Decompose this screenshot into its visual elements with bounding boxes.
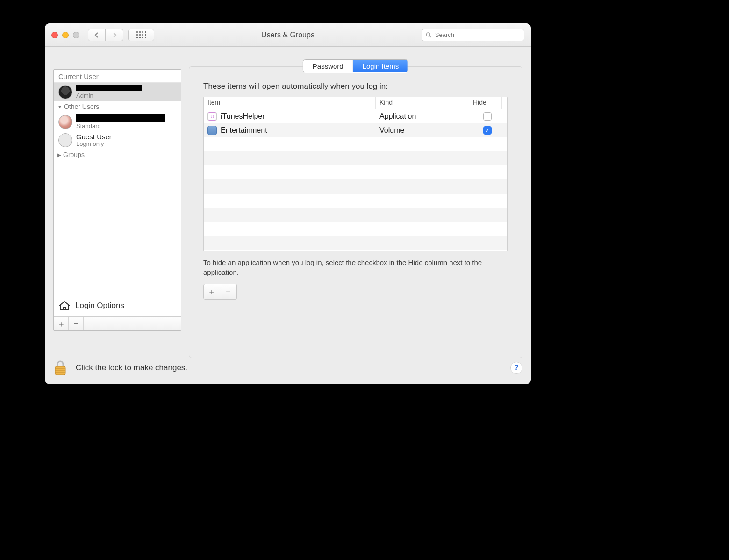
sidebar-item-other-user[interactable]: Standard bbox=[54, 112, 181, 131]
login-items-add-remove: ＋ − bbox=[203, 284, 237, 300]
disclosure-triangle-down-icon: ▼ bbox=[57, 104, 62, 109]
lock-row: Click the lock to make changes. ? bbox=[53, 360, 522, 376]
guest-user-role: Login only bbox=[76, 140, 112, 147]
remove-login-item-button[interactable]: − bbox=[220, 284, 237, 300]
sidebar-add-remove: ＋ − bbox=[54, 316, 181, 330]
sidebar-section-groups[interactable]: ▶ Groups bbox=[54, 149, 181, 160]
column-item[interactable]: Item bbox=[204, 97, 376, 109]
current-user-heading: Current User bbox=[54, 70, 181, 83]
login-options-button[interactable]: Login Options bbox=[54, 294, 181, 316]
other-users-label: Other Users bbox=[64, 103, 99, 110]
add-user-button[interactable]: ＋ bbox=[54, 317, 69, 330]
redacted-username bbox=[76, 114, 165, 122]
lock-text: Click the lock to make changes. bbox=[76, 363, 187, 373]
guest-user-name: Guest User bbox=[76, 133, 112, 140]
nav-buttons bbox=[88, 29, 123, 41]
disclosure-triangle-right-icon: ▶ bbox=[57, 152, 61, 158]
svg-line-1 bbox=[429, 36, 431, 37]
volume-icon bbox=[207, 126, 217, 135]
login-items-description: These items will open automatically when… bbox=[203, 82, 388, 91]
lock-icon[interactable] bbox=[53, 360, 67, 376]
sidebar-item-guest-user[interactable]: Guest User Login only bbox=[54, 131, 181, 149]
close-window-button[interactable] bbox=[51, 32, 58, 38]
row-item-kind: Application bbox=[376, 112, 469, 121]
row-item-name: Entertainment bbox=[221, 126, 267, 135]
other-user-role: Standard bbox=[76, 122, 165, 129]
remove-user-button[interactable]: − bbox=[69, 317, 84, 330]
house-icon bbox=[58, 301, 71, 311]
preferences-window: Users & Groups Current User Admin bbox=[45, 23, 531, 384]
tab-bar: Password Login Items bbox=[303, 59, 408, 72]
row-item-name: iTunesHelper bbox=[221, 112, 265, 121]
current-user-role: Admin bbox=[76, 92, 142, 99]
login-options-label: Login Options bbox=[75, 301, 124, 310]
row-item-kind: Volume bbox=[376, 126, 469, 135]
back-button[interactable] bbox=[88, 29, 106, 41]
titlebar: Users & Groups bbox=[45, 23, 531, 47]
itunes-icon bbox=[207, 112, 217, 121]
groups-label: Groups bbox=[63, 151, 85, 158]
table-body: iTunesHelper Application Entertainment V… bbox=[204, 109, 507, 137]
tab-password[interactable]: Password bbox=[303, 60, 353, 72]
zoom-window-button[interactable] bbox=[73, 32, 79, 38]
sidebar-list: Admin ▼ Other Users Standard bbox=[54, 83, 181, 294]
users-sidebar: Current User Admin ▼ Other Users bbox=[53, 69, 181, 331]
search-field[interactable] bbox=[422, 29, 524, 41]
add-login-item-button[interactable]: ＋ bbox=[203, 284, 220, 300]
grid-icon bbox=[136, 31, 146, 38]
sidebar-section-other-users[interactable]: ▼ Other Users bbox=[54, 101, 181, 112]
avatar-icon bbox=[58, 115, 72, 129]
show-all-button[interactable] bbox=[128, 29, 154, 41]
window-controls bbox=[51, 32, 79, 38]
column-hide[interactable]: Hide bbox=[469, 97, 502, 109]
minimize-window-button[interactable] bbox=[62, 32, 69, 38]
avatar-icon bbox=[58, 133, 72, 147]
avatar-icon bbox=[58, 85, 72, 99]
login-items-table: Item Kind Hide iTunesHelper Application bbox=[203, 97, 508, 251]
tab-login-items[interactable]: Login Items bbox=[353, 60, 408, 72]
redacted-username bbox=[76, 85, 142, 91]
search-icon bbox=[426, 32, 431, 38]
search-input[interactable] bbox=[434, 31, 520, 39]
table-row[interactable]: iTunesHelper Application bbox=[204, 109, 507, 123]
table-row[interactable]: Entertainment Volume bbox=[204, 123, 507, 137]
table-header: Item Kind Hide bbox=[204, 97, 507, 109]
column-kind[interactable]: Kind bbox=[376, 97, 469, 109]
help-button[interactable]: ? bbox=[510, 362, 522, 374]
hide-checkbox[interactable] bbox=[483, 112, 492, 121]
hide-checkbox[interactable] bbox=[483, 126, 492, 135]
svg-point-0 bbox=[426, 33, 429, 36]
sidebar-item-current-user[interactable]: Admin bbox=[54, 83, 181, 101]
main-panel: Password Login Items These items will op… bbox=[189, 66, 522, 358]
forward-button[interactable] bbox=[106, 29, 123, 41]
hide-note: To hide an application when you log in, … bbox=[203, 258, 508, 277]
